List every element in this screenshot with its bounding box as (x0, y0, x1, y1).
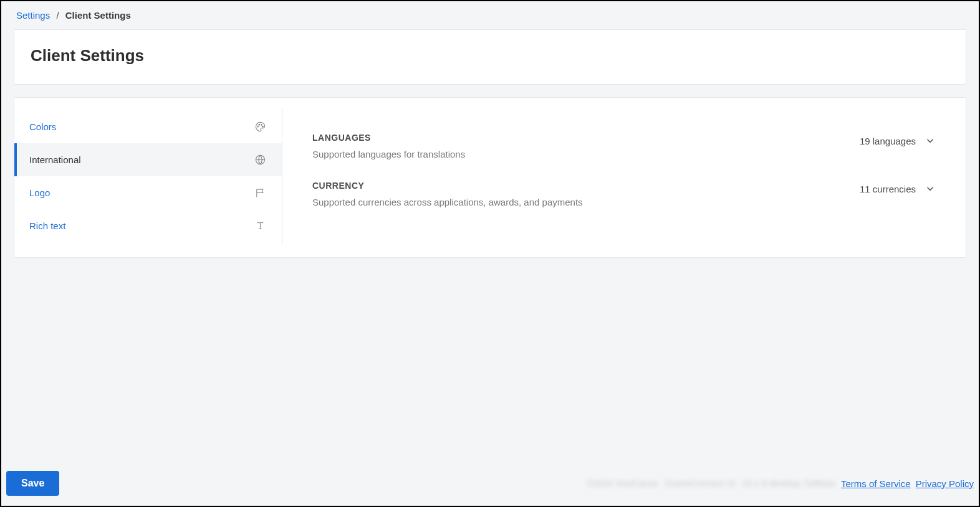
svg-point-2 (261, 124, 262, 125)
currency-expand[interactable]: 11 currencies (860, 181, 936, 194)
currency-title: CURRENCY (312, 181, 860, 191)
currency-section: CURRENCY Supported currencies across app… (312, 181, 936, 207)
settings-card: Colors International (14, 97, 966, 258)
sidebar-item-colors[interactable]: Colors (14, 110, 282, 143)
breadcrumb-current: Client Settings (65, 10, 131, 21)
globe-icon (255, 154, 266, 165)
page-title: Client Settings (31, 46, 949, 65)
sidebar-item-international[interactable]: International (14, 143, 282, 176)
sidebar-item-label: International (29, 154, 255, 165)
flag-icon (255, 187, 266, 198)
svg-point-3 (262, 126, 264, 127)
languages-desc: Supported languages for translations (312, 149, 860, 159)
svg-point-0 (257, 126, 259, 127)
palette-icon (255, 121, 266, 132)
footer: Save ©2024 YourCause · GrantsConnect UI … (6, 467, 974, 500)
breadcrumb: Settings / Client Settings (1, 1, 979, 29)
chevron-down-icon (925, 135, 936, 146)
content-pane: LANGUAGES Supported languages for transl… (282, 108, 966, 245)
privacy-policy-link[interactable]: Privacy Policy (916, 478, 974, 489)
chevron-down-icon (925, 183, 936, 194)
terms-of-service-link[interactable]: Terms of Service (841, 478, 911, 489)
sidebar-item-label: Logo (29, 187, 255, 198)
svg-point-1 (259, 124, 260, 125)
currency-desc: Supported currencies across applications… (312, 197, 860, 207)
sidebar-item-label: Colors (29, 121, 255, 132)
languages-title: LANGUAGES (312, 133, 860, 143)
text-icon (255, 220, 266, 231)
settings-sidebar: Colors International (14, 108, 282, 245)
footer-copyright: ©2024 YourCause · GrantsConnect UI · 10.… (587, 478, 835, 488)
languages-summary: 19 languages (860, 136, 916, 146)
page-title-card: Client Settings (14, 29, 966, 85)
currency-summary: 11 currencies (860, 184, 916, 194)
sidebar-item-rich-text[interactable]: Rich text (14, 209, 282, 242)
save-button[interactable]: Save (6, 471, 59, 496)
sidebar-item-label: Rich text (29, 220, 255, 231)
languages-expand[interactable]: 19 languages (860, 133, 936, 146)
languages-section: LANGUAGES Supported languages for transl… (312, 133, 936, 159)
sidebar-item-logo[interactable]: Logo (14, 176, 282, 209)
breadcrumb-root-link[interactable]: Settings (16, 10, 50, 21)
breadcrumb-separator: / (56, 10, 59, 21)
